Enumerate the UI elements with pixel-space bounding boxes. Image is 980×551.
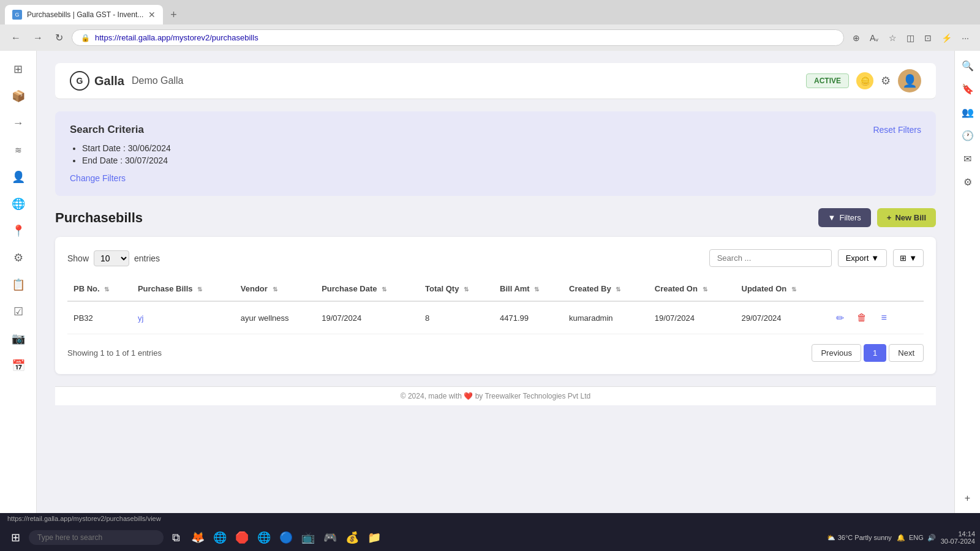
sidebar-item-dashboard[interactable]: ⊞ [7, 58, 29, 80]
edit-button[interactable]: ✏ [831, 309, 848, 326]
sidebar-item-location[interactable]: 📍 [7, 220, 29, 242]
cell-purchase-bills: yj [132, 301, 235, 334]
coin-badge[interactable]: 🪙 [856, 72, 873, 89]
right-email-button[interactable]: ✉ [958, 149, 978, 168]
new-bill-label: New Bill [895, 213, 926, 222]
weather-display: ⛅ 36°C Partly sunny [827, 534, 892, 542]
app-header: G Galla Demo Galla ACTIVE 🪙 ⚙ 👤 [55, 63, 936, 99]
read-mode-button[interactable]: Aᵥ [866, 31, 883, 45]
extension-button[interactable]: ⚡ [938, 31, 956, 45]
page-1-button[interactable]: 1 [864, 344, 886, 362]
reset-filters-button[interactable]: Reset Filters [873, 125, 921, 135]
section-actions: ▼ Filters + New Bill [818, 208, 936, 227]
export-dropdown-icon: ▼ [871, 253, 879, 263]
sidebar-item-checkmark[interactable]: ☑ [7, 301, 29, 323]
new-bill-button[interactable]: + New Bill [877, 208, 936, 227]
app-icon-7[interactable]: 📁 [364, 528, 384, 547]
app-icon-2[interactable]: 🌐 [254, 528, 274, 547]
task-view-button[interactable]: ⧉ [166, 528, 186, 547]
reload-button[interactable]: ↻ [51, 29, 67, 46]
taskbar: ⊞ ⧉ 🦊 🌐 🛑 🌐 🔵 📺 🎮 💰 📁 ⛅ 36°C Partly sunn… [0, 524, 980, 551]
tray-notif[interactable]: 🔔 [897, 534, 905, 542]
sidebar-item-zz[interactable]: ≋ [7, 139, 29, 161]
sidebar-toggle[interactable]: ⊡ [921, 31, 935, 45]
col-vendor-sort[interactable]: ⇅ [273, 286, 277, 293]
sidebar-item-camera[interactable]: 📷 [7, 328, 29, 350]
tab-favicon: G [12, 10, 22, 20]
right-plus-button[interactable]: + [958, 489, 978, 508]
col-total-qty-sort[interactable]: ⇅ [464, 286, 469, 293]
sidebar-item-globe[interactable]: 🌐 [7, 193, 29, 215]
forward-button[interactable]: → [29, 30, 47, 46]
header-settings-icon[interactable]: ⚙ [881, 74, 891, 88]
firefox-icon[interactable]: 🦊 [188, 528, 208, 547]
toolbar-icons: ⊕ Aᵥ ☆ ◫ ⊡ ⚡ ··· [849, 31, 973, 45]
favorite-button[interactable]: ☆ [885, 31, 900, 45]
avatar[interactable]: 👤 [898, 69, 921, 92]
cell-vendor: ayur wellness [235, 301, 315, 334]
sidebar-item-calendar[interactable]: 📅 [7, 354, 29, 377]
share-button[interactable]: ⊕ [849, 31, 864, 45]
tab-close-button[interactable]: ✕ [148, 10, 156, 20]
previous-button[interactable]: Previous [812, 344, 861, 362]
grid-view-button[interactable]: ⊞ ▼ [893, 249, 924, 267]
col-actions [825, 277, 924, 301]
weather-icon: ⛅ [827, 534, 835, 542]
change-filters-button[interactable]: Change Filters [70, 173, 126, 183]
header-right: ACTIVE 🪙 ⚙ 👤 [806, 69, 921, 92]
right-search-button[interactable]: 🔍 [958, 56, 978, 75]
app-icon-4[interactable]: 📺 [298, 528, 318, 547]
app-icon-3[interactable]: 🔵 [276, 528, 296, 547]
sidebar-item-report[interactable]: 📋 [7, 274, 29, 296]
search-input[interactable] [709, 249, 832, 267]
col-created-on-sort[interactable]: ⇅ [703, 286, 707, 293]
col-created-by-sort[interactable]: ⇅ [616, 286, 620, 293]
sidebar-item-arrow[interactable]: → [7, 112, 29, 134]
col-purchase-bills-label: Purchase Bills [138, 284, 193, 293]
sidebar-item-person[interactable]: 👤 [7, 166, 29, 188]
app-icon-1[interactable]: 🛑 [232, 528, 252, 547]
right-user-button[interactable]: 👥 [958, 102, 978, 122]
col-bill-amt: Bill Amt ⇅ [494, 277, 563, 301]
taskbar-search[interactable] [29, 530, 164, 545]
address-bar[interactable]: 🔒 https://retail.galla.app/mystorev2/pur… [72, 29, 844, 46]
back-button[interactable]: ← [7, 30, 24, 46]
right-bookmark-button[interactable]: 🔖 [958, 79, 978, 99]
col-pb-no: PB No. ⇅ [67, 277, 132, 301]
view-button[interactable]: ≡ [875, 309, 892, 326]
url-text: https://retail.galla.app/mystorev2/purch… [95, 33, 258, 42]
right-settings-button[interactable]: ⚙ [958, 172, 978, 192]
more-button[interactable]: ··· [958, 31, 973, 45]
start-button[interactable]: ⊞ [5, 527, 26, 548]
collections-button[interactable]: ◫ [903, 31, 918, 45]
clock: 14:14 30-07-2024 [941, 530, 975, 545]
next-button[interactable]: Next [889, 344, 924, 362]
filters-button[interactable]: ▼ Filters [818, 208, 871, 227]
chrome-icon[interactable]: 🌐 [210, 528, 230, 547]
active-tab[interactable]: G Purchasebills | Galla GST - Invent... … [5, 5, 163, 24]
purchase-bills-link[interactable]: yj [138, 313, 143, 323]
pagination-row: Showing 1 to 1 of 1 entries Previous 1 N… [67, 344, 924, 362]
sidebar-item-inventory[interactable]: 📦 [7, 85, 29, 107]
app-icon-5[interactable]: 🎮 [320, 528, 340, 547]
col-bill-amt-sort[interactable]: ⇅ [534, 286, 539, 293]
export-button[interactable]: Export ▼ [838, 249, 887, 267]
tray-volume[interactable]: 🔊 [927, 534, 936, 542]
entries-label: entries [134, 253, 160, 263]
table-right-controls: Export ▼ ⊞ ▼ [709, 249, 924, 267]
show-entries-control: Show 10 25 50 100 entries [67, 250, 160, 266]
sidebar-item-settings[interactable]: ⚙ [7, 247, 29, 269]
header-row: PB No. ⇅ Purchase Bills ⇅ Vendor ⇅ [67, 277, 924, 301]
col-purchase-date-sort[interactable]: ⇅ [382, 286, 386, 293]
col-purchase-bills-sort[interactable]: ⇅ [197, 286, 202, 293]
cell-created-by: kumaradmin [563, 301, 649, 334]
new-tab-button[interactable]: + [165, 6, 182, 24]
right-history-button[interactable]: 🕐 [958, 126, 978, 145]
browser-toolbar: ← → ↻ 🔒 https://retail.galla.app/mystore… [0, 24, 980, 51]
entries-select[interactable]: 10 25 50 100 [94, 250, 129, 266]
col-updated-on-sort[interactable]: ⇅ [791, 286, 796, 293]
app-icon-6[interactable]: 💰 [342, 528, 362, 547]
delete-button[interactable]: 🗑 [853, 309, 870, 326]
col-vendor-label: Vendor [241, 284, 268, 293]
col-pb-no-sort[interactable]: ⇅ [104, 286, 109, 293]
